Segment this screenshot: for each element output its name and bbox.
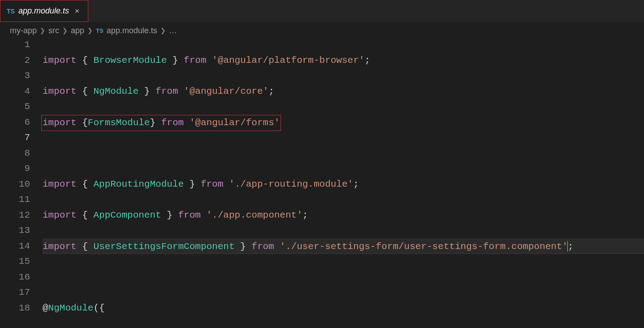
line-number: 16 xyxy=(0,270,30,285)
line-number: 5 xyxy=(0,99,30,115)
code-line-active[interactable]: import { UserSettingsFormComponent } fro… xyxy=(43,239,644,254)
code-line[interactable]: import { BrowserModule } from '@angular/… xyxy=(43,53,644,69)
line-number: 2 xyxy=(0,53,30,69)
chevron-right-icon: ❯ xyxy=(86,27,95,34)
breadcrumb-file[interactable]: app.module.ts xyxy=(107,26,157,35)
line-number: 12 xyxy=(0,208,30,223)
typescript-icon: TS xyxy=(7,8,15,15)
code-line[interactable]: @NgModule({ xyxy=(43,301,644,316)
line-number: 10 xyxy=(0,177,30,192)
chevron-right-icon: ❯ xyxy=(38,27,47,34)
line-number: 18 xyxy=(0,301,30,316)
line-number: 9 xyxy=(0,161,30,177)
line-number: 14 xyxy=(0,239,30,254)
code-line[interactable] xyxy=(43,146,644,162)
line-number: 13 xyxy=(0,223,30,239)
code-line[interactable] xyxy=(43,270,644,285)
line-number: 6 xyxy=(0,115,30,131)
chevron-right-icon: ❯ xyxy=(61,27,69,34)
code-line[interactable]: import { NgModule } from '@angular/core'… xyxy=(43,84,644,100)
editor-tab[interactable]: TS app.module.ts × xyxy=(0,0,88,22)
line-number: 4 xyxy=(0,84,30,100)
code-line[interactable]: import { AppRoutingModule } from './app-… xyxy=(43,177,644,192)
line-number: 11 xyxy=(0,192,30,208)
breadcrumb-symbol[interactable]: … xyxy=(169,26,177,35)
breadcrumb-item[interactable]: app xyxy=(71,26,84,35)
code-line[interactable]: import { AppComponent } from './app.comp… xyxy=(43,208,644,223)
breadcrumb-item[interactable]: my-app xyxy=(10,26,37,35)
code-editor[interactable]: 123456789101112131415161718 import { Bro… xyxy=(0,37,644,328)
line-number: 1 xyxy=(0,37,30,53)
code-line[interactable]: import {FormsModule} from '@angular/form… xyxy=(43,115,644,131)
line-number-gutter: 123456789101112131415161718 xyxy=(0,37,43,328)
highlight-box: import {FormsModule} from '@angular/form… xyxy=(41,115,281,131)
code-content[interactable]: import { BrowserModule } from '@angular/… xyxy=(43,37,644,328)
tab-bar: TS app.module.ts × xyxy=(0,0,644,22)
line-number: 7 xyxy=(0,130,30,146)
close-icon[interactable]: × xyxy=(73,7,82,16)
typescript-icon: TS xyxy=(96,27,104,34)
chevron-right-icon: ❯ xyxy=(159,27,168,34)
line-number: 15 xyxy=(0,254,30,270)
breadcrumb[interactable]: my-app ❯ src ❯ app ❯ TS app.module.ts ❯ … xyxy=(0,22,644,37)
line-number: 3 xyxy=(0,68,30,84)
tab-title: app.module.ts xyxy=(18,6,69,16)
line-number: 17 xyxy=(0,285,30,301)
breadcrumb-item[interactable]: src xyxy=(48,26,59,35)
line-number: 8 xyxy=(0,146,30,162)
